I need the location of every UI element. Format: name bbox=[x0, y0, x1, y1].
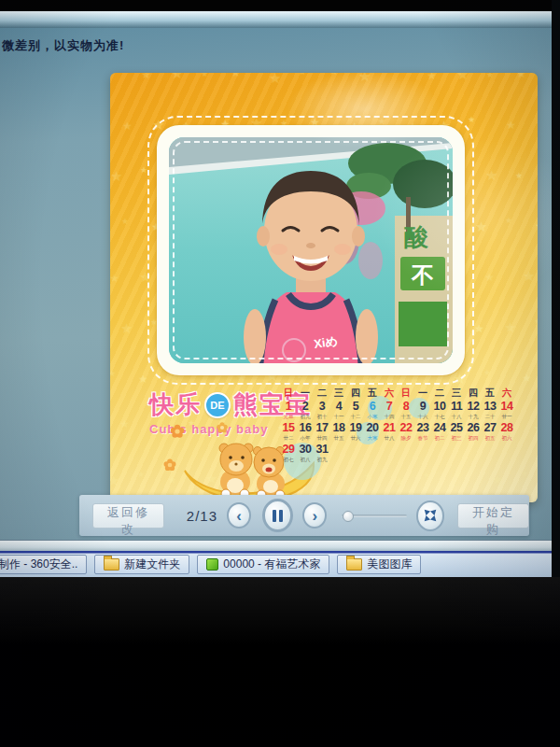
calendar-cell: 12十九 bbox=[465, 400, 482, 420]
taskbar-item-1[interactable]: 新建文件夹 bbox=[94, 555, 189, 574]
page-indicator: 2/13 bbox=[187, 508, 217, 524]
calendar-cell: 19廿六 bbox=[347, 421, 364, 442]
next-button[interactable]: › bbox=[302, 502, 327, 529]
monitor-photo: 微差别，以实物为准! ★★★★★★★★★★★★★★★★★★★★★★★★★★★★★… bbox=[0, 0, 560, 747]
star-icon: ★ bbox=[358, 73, 371, 85]
calendar-cell: 28初六 bbox=[498, 421, 515, 442]
star-icon: ★ bbox=[110, 168, 122, 185]
green-app-icon bbox=[206, 558, 218, 571]
taskbar-item-label: 制作 - 360安全.. bbox=[0, 557, 77, 572]
star-icon: ★ bbox=[523, 268, 535, 285]
star-icon: ★ bbox=[535, 219, 538, 233]
star-icon: ★ bbox=[231, 73, 241, 79]
monitor-bezel-bottom bbox=[0, 577, 560, 747]
star-icon: ★ bbox=[137, 470, 145, 479]
weekday-header: 五 bbox=[364, 387, 381, 399]
star-icon: ★ bbox=[388, 73, 396, 75]
star-icon: ★ bbox=[119, 417, 130, 430]
fullscreen-button[interactable] bbox=[416, 500, 444, 531]
order-button[interactable]: 开始定购 bbox=[457, 503, 529, 529]
weekday-header-row: 日一二三四五六日一二三四五六 bbox=[280, 387, 515, 399]
pause-icon bbox=[273, 510, 276, 522]
star-icon: ★ bbox=[533, 420, 538, 437]
star-icon: ★ bbox=[138, 373, 148, 386]
star-icon: ★ bbox=[140, 165, 147, 175]
calendar-cell: 30初八 bbox=[297, 443, 314, 463]
star-icon: ★ bbox=[110, 369, 116, 378]
baby-photo-art: 酸 不 Xiめ bbox=[169, 137, 453, 363]
calendar-cell: 15廿二 bbox=[280, 421, 297, 442]
star-icon: ★ bbox=[474, 322, 484, 335]
star-icon: ★ bbox=[504, 319, 516, 336]
taskbar-item-3[interactable]: 美图图库 bbox=[337, 555, 421, 574]
calendar-cell: 5十二 bbox=[347, 400, 364, 420]
weekday-header: 一 bbox=[414, 387, 431, 399]
calendar-cell: 2初九 bbox=[297, 400, 314, 420]
weekday-header: 三 bbox=[448, 387, 465, 399]
control-bar: 返回修改 2/13 ‹ › 开始定购 bbox=[79, 495, 529, 536]
screen: 微差别，以实物为准! ★★★★★★★★★★★★★★★★★★★★★★★★★★★★★… bbox=[0, 11, 552, 577]
weekday-header: 五 bbox=[482, 387, 498, 399]
baby-photo: 酸 不 Xiめ bbox=[169, 137, 453, 363]
star-icon: ★ bbox=[329, 73, 339, 78]
calendar-grid: 日一二三四五六日一二三四五六 1元旦2初九3初十4十一5十二6小寒7十四8十五9… bbox=[280, 387, 515, 495]
star-icon: ★ bbox=[486, 73, 494, 79]
calendar-cell: 16小年 bbox=[297, 421, 314, 442]
taskbar-item-label: 00000 - 有福艺术家 bbox=[223, 557, 320, 572]
notice-text: 微差别，以实物为准! bbox=[2, 37, 124, 54]
weekday-header: 六 bbox=[498, 387, 515, 399]
star-icon: ★ bbox=[505, 216, 512, 225]
star-icon: ★ bbox=[269, 73, 281, 87]
screen-top-glow bbox=[0, 11, 552, 28]
star-icon: ★ bbox=[483, 368, 491, 377]
prev-icon: ‹ bbox=[236, 508, 242, 524]
calendar-week-row: 1元旦2初九3初十4十一5十二6小寒7十四8十五9十六10十七11十八12十九1… bbox=[280, 400, 515, 420]
prev-button[interactable]: ‹ bbox=[227, 502, 251, 529]
bear-left-icon bbox=[219, 444, 253, 499]
taskbar: 制作 - 360安全..新建文件夹00000 - 有福艺术家美图图库 bbox=[0, 551, 552, 577]
svg-text:不: 不 bbox=[411, 262, 434, 288]
weekday-header: 日 bbox=[398, 387, 414, 399]
back-button[interactable]: 返回修改 bbox=[92, 503, 164, 529]
star-icon: ★ bbox=[121, 217, 129, 226]
weekday-header: 日 bbox=[280, 387, 297, 399]
taskbar-item-2[interactable]: 00000 - 有福艺术家 bbox=[197, 555, 329, 574]
weekday-header: 六 bbox=[381, 387, 398, 399]
star-icon: ★ bbox=[468, 115, 475, 124]
star-icon: ★ bbox=[506, 119, 516, 132]
folder-icon bbox=[104, 558, 119, 571]
star-icon: ★ bbox=[110, 472, 119, 489]
calendar-cell: 6小寒 bbox=[364, 400, 381, 420]
star-icon: ★ bbox=[171, 73, 183, 82]
calendar-cell: 20大寒 bbox=[364, 421, 381, 442]
calendar-cell: 21廿八 bbox=[381, 421, 398, 442]
calendar-cell: 7十四 bbox=[381, 400, 398, 420]
pause-button[interactable] bbox=[262, 499, 293, 532]
calendar-cell: 13二十 bbox=[482, 400, 498, 420]
weekday-header: 三 bbox=[330, 387, 347, 399]
weekday-header: 四 bbox=[347, 387, 364, 399]
star-icon: ★ bbox=[299, 73, 306, 77]
calendar-cell: 8十五 bbox=[398, 400, 414, 420]
calendar-cell: 23春节 bbox=[414, 421, 431, 442]
calendar-cell: 1元旦 bbox=[280, 400, 297, 420]
star-icon: ★ bbox=[427, 73, 437, 82]
weekday-header: 一 bbox=[297, 387, 314, 399]
weekday-header: 二 bbox=[431, 387, 448, 399]
slider-knob[interactable] bbox=[343, 511, 354, 522]
calendar-cell: 22除夕 bbox=[398, 421, 414, 442]
star-icon: ★ bbox=[120, 320, 133, 337]
calendar-cell: 31初九 bbox=[314, 443, 330, 463]
calendar-cell: 11十八 bbox=[448, 400, 465, 420]
star-icon: ★ bbox=[521, 469, 528, 478]
zoom-slider[interactable] bbox=[342, 514, 406, 517]
taskbar-item-0[interactable]: 制作 - 360安全.. bbox=[0, 555, 87, 574]
taskbar-item-label: 新建文件夹 bbox=[124, 557, 180, 572]
calendar-cell: 26初四 bbox=[465, 421, 482, 442]
star-icon: ★ bbox=[534, 317, 538, 326]
svg-text:酸: 酸 bbox=[404, 223, 429, 251]
calendar-cell: 29初七 bbox=[280, 443, 297, 463]
star-icon: ★ bbox=[141, 73, 151, 81]
calendar-cell: 10十七 bbox=[431, 400, 448, 420]
star-icon: ★ bbox=[536, 116, 538, 133]
